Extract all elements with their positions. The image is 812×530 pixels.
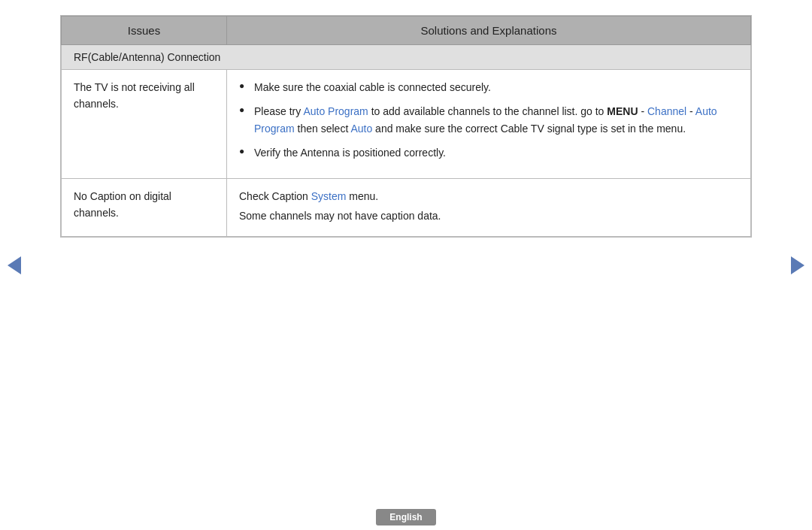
- solution-text-2b: Auto Program: [303, 105, 368, 117]
- table-container: Issues Solutions and Explanations RF(Cab…: [60, 15, 752, 238]
- header-solutions: Solutions and Explanations: [227, 17, 751, 45]
- table-row: The TV is not receiving all channels. Ma…: [62, 70, 751, 179]
- solution-cell-2: Check Caption System menu. Some channels…: [227, 178, 751, 237]
- nav-arrow-right[interactable]: [791, 256, 804, 274]
- solution-item-1: Make sure the coaxial cable is connected…: [239, 79, 738, 95]
- language-bar: English: [0, 504, 812, 530]
- solution-text-1a: Make sure the coaxial cable is connected…: [254, 81, 491, 93]
- nav-arrow-left[interactable]: [8, 256, 21, 274]
- solution-text-2a: Please try: [254, 105, 303, 117]
- caption-solution-1: Check Caption System menu.: [239, 188, 738, 204]
- solution-text-2f: Channel: [647, 105, 686, 117]
- main-table: Issues Solutions and Explanations RF(Cab…: [61, 16, 751, 237]
- page-wrapper: Issues Solutions and Explanations RF(Cab…: [0, 0, 812, 530]
- issue-cell-1: The TV is not receiving all channels.: [62, 70, 227, 179]
- solution-text-2j: Auto: [350, 123, 372, 135]
- section-row: RF(Cable/Antenna) Connection: [62, 45, 751, 70]
- solution-text-2g: -: [686, 105, 695, 117]
- table-header-row: Issues Solutions and Explanations: [62, 17, 751, 45]
- solution-item-3: Verify the Antenna is positioned correct…: [239, 144, 738, 161]
- language-badge: English: [376, 509, 435, 525]
- caption-solution-2: Some channels may not have caption data.: [239, 207, 738, 224]
- solution-text-2c: to add available channels to the channel…: [368, 105, 607, 117]
- solution-text-2d: MENU: [607, 105, 638, 117]
- caption-solutions: Check Caption System menu. Some channels…: [239, 188, 738, 225]
- solution-list-1: Make sure the coaxial cable is connected…: [239, 79, 738, 162]
- solution-item-2: Please try Auto Program to add available…: [239, 103, 738, 137]
- issue-cell-2: No Caption on digital channels.: [62, 178, 227, 237]
- header-issues: Issues: [62, 17, 227, 45]
- section-label: RF(Cable/Antenna) Connection: [62, 45, 751, 70]
- solution-text-2i: then select: [295, 123, 351, 135]
- solution-text-2e: -: [638, 105, 647, 117]
- solution-text-2k: and make sure the correct Cable TV signa…: [372, 123, 686, 135]
- solution-cell-1: Make sure the coaxial cable is connected…: [227, 70, 751, 179]
- solution-text-3a: Verify the Antenna is positioned correct…: [254, 147, 446, 159]
- caption-system-link: System: [311, 190, 347, 202]
- table-row: No Caption on digital channels. Check Ca…: [62, 178, 751, 237]
